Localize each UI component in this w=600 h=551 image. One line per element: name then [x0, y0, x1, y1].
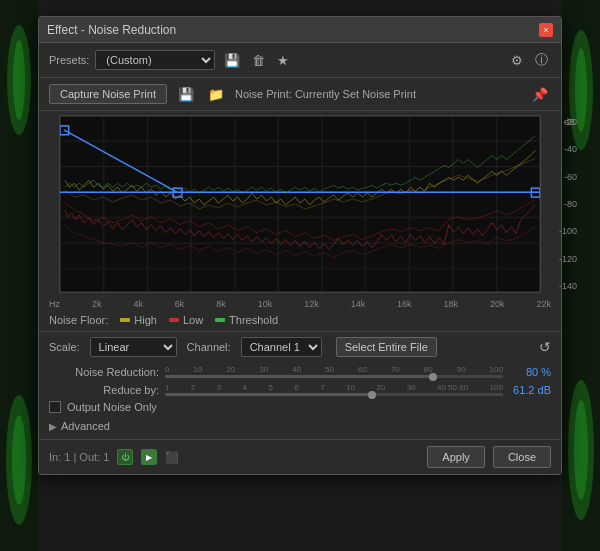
controls-section: Scale: Linear Logarithmic Channel: Chann… [39, 331, 561, 439]
channel-select[interactable]: Channel 1 Channel 2 Stereo [241, 337, 322, 357]
export-button[interactable]: ⬛ [165, 449, 181, 465]
channel-label: Channel: [187, 341, 231, 353]
noise-reduction-ticks: 0 10 20 30 40 50 60 70 80 90 100 [165, 365, 503, 374]
output-noise-row: Output Noise Only [49, 401, 551, 413]
scale-channel-row: Scale: Linear Logarithmic Channel: Chann… [49, 337, 551, 357]
svg-point-4 [12, 415, 26, 505]
output-noise-checkbox[interactable] [49, 401, 61, 413]
svg-point-9 [574, 400, 588, 500]
dialog: Effect - Noise Reduction × Presets: (Cus… [38, 16, 562, 475]
noise-reduction-track[interactable] [165, 375, 503, 378]
dialog-title: Effect - Noise Reduction [47, 23, 176, 37]
presets-select[interactable]: (Custom) [95, 50, 215, 70]
chart-svg [60, 116, 540, 292]
reduce-by-slider-container: 1 2 3 4 5 6 7 10 20 30 40 50 60 100 [165, 383, 503, 396]
freq-labels: Hz 2k 4k 6k 8k 10k 12k 14k 16k 18k 20k 2… [39, 297, 561, 309]
db-label-neg80: -80 [559, 199, 577, 209]
io-label: In: 1 | Out: 1 [49, 451, 109, 463]
db-label-neg100: -100 [559, 226, 577, 236]
power-button[interactable]: ⏻ [117, 449, 133, 465]
scale-label: Scale: [49, 341, 80, 353]
db-label-neg140: -140 [559, 281, 577, 291]
save-preset-button[interactable]: 💾 [221, 51, 243, 70]
db-label-neg60: -60 [559, 172, 577, 182]
high-label: High [134, 314, 157, 326]
presets-row: Presets: (Custom) 💾 🗑 ★ ⚙ ⓘ [39, 43, 561, 78]
footer-right: Apply Close [427, 446, 551, 468]
svg-point-2 [13, 40, 25, 120]
play-button[interactable]: ▶ [141, 449, 157, 465]
footer: In: 1 | Out: 1 ⏻ ▶ ⬛ Apply Close [39, 439, 561, 474]
legend-threshold: Threshold [215, 314, 278, 326]
noise-print-status: Noise Print: Currently Set Noise Print [235, 88, 416, 100]
save-noise-print-button[interactable]: 💾 [175, 85, 197, 104]
chart-area [59, 115, 541, 293]
reduce-by-value: 61.2 dB [509, 384, 551, 396]
noise-floor-label: Noise Floor: [49, 314, 108, 326]
apply-button[interactable]: Apply [427, 446, 485, 468]
noise-reduction-value: 80 % [509, 366, 551, 378]
info-button[interactable]: ⓘ [532, 49, 551, 71]
db-label-neg120: -120 [559, 254, 577, 264]
title-bar: Effect - Noise Reduction × [39, 17, 561, 43]
db-unit: dB [564, 117, 575, 127]
svg-rect-10 [60, 116, 540, 292]
reduce-by-label: Reduce by: [49, 384, 159, 396]
low-label: Low [183, 314, 203, 326]
threshold-color-dot [215, 318, 225, 322]
delete-preset-button[interactable]: 🗑 [249, 51, 268, 70]
high-color-dot [120, 318, 130, 322]
advanced-chevron-icon: ▶ [49, 421, 57, 432]
close-dialog-button[interactable]: Close [493, 446, 551, 468]
reset-icon[interactable]: ↺ [539, 339, 551, 355]
select-entire-button[interactable]: Select Entire File [336, 337, 437, 357]
close-button[interactable]: × [539, 23, 553, 37]
advanced-row[interactable]: ▶ Advanced [49, 418, 551, 434]
pin-button[interactable]: 📌 [529, 85, 551, 104]
reduce-by-ticks: 1 2 3 4 5 6 7 10 20 30 40 50 60 100 [165, 383, 503, 392]
legend-high: High [120, 314, 157, 326]
favorite-button[interactable]: ★ [274, 51, 292, 70]
low-color-dot [169, 318, 179, 322]
output-noise-label: Output Noise Only [67, 401, 157, 413]
noise-reduction-row: Noise Reduction: 0 10 20 30 40 50 60 70 … [49, 365, 551, 378]
presets-label: Presets: [49, 54, 89, 66]
folder-noise-print-button[interactable]: 📁 [205, 85, 227, 104]
noise-reduction-slider-container: 0 10 20 30 40 50 60 70 80 90 100 [165, 365, 503, 378]
advanced-label: Advanced [61, 420, 110, 432]
capture-noise-print-button[interactable]: Capture Noise Print [49, 84, 167, 104]
threshold-label: Threshold [229, 314, 278, 326]
waveform-left [0, 0, 38, 551]
noise-reduction-label: Noise Reduction: [49, 366, 159, 378]
settings-button[interactable]: ⚙ [508, 51, 526, 70]
legend-row: Noise Floor: High Low Threshold [39, 311, 561, 331]
legend-low: Low [169, 314, 203, 326]
reduce-by-track[interactable] [165, 393, 503, 396]
db-label-neg40: -40 [559, 144, 577, 154]
reduce-by-row: Reduce by: 1 2 3 4 5 6 7 10 20 30 40 50 … [49, 383, 551, 396]
footer-left: In: 1 | Out: 1 ⏻ ▶ ⬛ [49, 449, 181, 465]
scale-select[interactable]: Linear Logarithmic [90, 337, 177, 357]
noise-print-row: Capture Noise Print 💾 📁 Noise Print: Cur… [39, 78, 561, 111]
